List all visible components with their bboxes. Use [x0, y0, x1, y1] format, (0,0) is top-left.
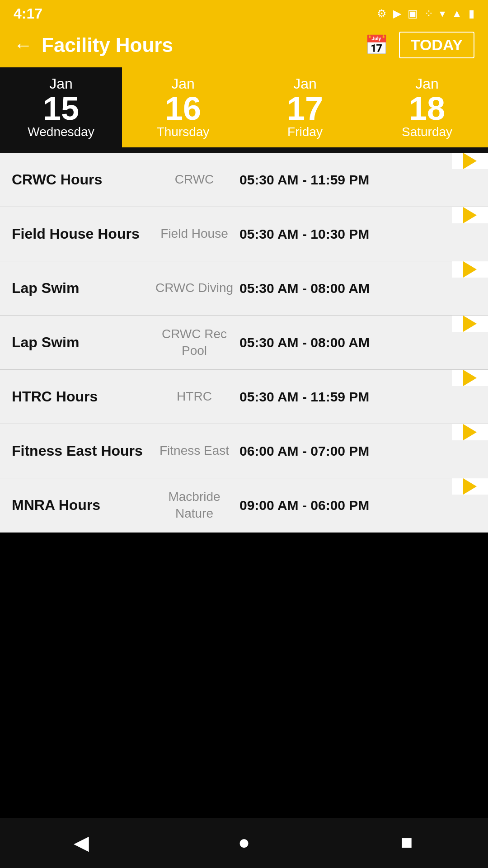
facility-location-fieldhouse: Field House — [154, 226, 235, 242]
facility-name-crwc: CRWC Hours — [0, 161, 154, 198]
facility-arrow-lapswim-recpool[interactable] — [452, 316, 488, 332]
facility-location-crwc: CRWC — [154, 171, 235, 188]
bottom-navigation: ◀ ● ■ — [0, 818, 488, 868]
facility-location-lapswim-recpool: CRWC Rec Pool — [154, 326, 235, 359]
date-day-1: Thursday — [157, 125, 210, 139]
nav-back-button[interactable]: ◀ — [63, 829, 99, 856]
arrow-icon-fieldhouse — [463, 207, 477, 223]
facility-hours-crwc: 05:30 AM - 11:59 PM — [235, 172, 452, 188]
screen-icon: ▣ — [408, 7, 418, 20]
header-left: ← Facility Hours — [14, 34, 173, 57]
status-bar: 4:17 ⚙ ▶ ▣ ⁘ ▾ ▲ ▮ — [0, 0, 488, 27]
arrow-icon-fitnesseast — [463, 424, 477, 440]
nav-home-button[interactable]: ● — [226, 829, 262, 856]
status-time: 4:17 — [14, 5, 42, 22]
app-header: ← Facility Hours 📅 TODAY — [0, 27, 488, 67]
dots-icon: ⁘ — [424, 7, 433, 20]
play-icon: ▶ — [393, 7, 401, 20]
arrow-icon-lapswim-recpool — [463, 316, 477, 332]
arrow-icon-crwc — [463, 153, 477, 169]
facility-name-fitnesseast: Fitness East Hours — [0, 433, 154, 470]
date-day-3: Saturday — [402, 125, 452, 139]
arrow-icon-mnra — [463, 478, 477, 495]
gear-icon: ⚙ — [377, 7, 387, 20]
date-month-3: Jan — [415, 75, 439, 92]
date-num-3: 18 — [409, 92, 445, 125]
date-item-jan17[interactable]: Jan 17 Friday — [244, 67, 366, 147]
facility-location-lapswim-diving: CRWC Diving — [154, 280, 235, 296]
facility-location-htrc: HTRC — [154, 388, 235, 405]
signal-icon: ▲ — [451, 7, 462, 20]
arrow-icon-lapswim-diving — [463, 261, 477, 278]
date-day-2: Friday — [287, 125, 323, 139]
facility-arrow-fieldhouse[interactable] — [452, 207, 488, 223]
date-day-0: Wednesday — [28, 125, 94, 139]
facility-list: CRWC Hours CRWC 05:30 AM - 11:59 PM Fiel… — [0, 153, 488, 533]
date-month-2: Jan — [293, 75, 317, 92]
facility-hours-fieldhouse: 05:30 AM - 10:30 PM — [235, 226, 452, 242]
date-num-2: 17 — [287, 92, 323, 125]
section-divider — [0, 147, 488, 153]
facility-row-crwc[interactable]: CRWC Hours CRWC 05:30 AM - 11:59 PM — [0, 153, 488, 207]
date-num-0: 15 — [43, 92, 79, 125]
facility-location-fitnesseast: Fitness East — [154, 443, 235, 459]
facility-hours-fitnesseast: 06:00 AM - 07:00 PM — [235, 443, 452, 459]
facility-hours-lapswim-recpool: 05:30 AM - 08:00 AM — [235, 335, 452, 350]
facility-hours-lapswim-diving: 05:30 AM - 08:00 AM — [235, 281, 452, 296]
facility-name-htrc: HTRC Hours — [0, 378, 154, 415]
nav-recent-button[interactable]: ■ — [389, 829, 425, 856]
status-icons: ⚙ ▶ ▣ ⁘ ▾ ▲ ▮ — [377, 7, 474, 20]
facility-arrow-mnra[interactable] — [452, 478, 488, 495]
date-item-jan18[interactable]: Jan 18 Saturday — [366, 67, 488, 147]
facility-arrow-fitnesseast[interactable] — [452, 424, 488, 440]
date-selector: Jan 15 Wednesday Jan 16 Thursday Jan 17 … — [0, 67, 488, 147]
facility-name-lapswim-recpool: Lap Swim — [0, 324, 154, 361]
today-button[interactable]: TODAY — [399, 32, 474, 58]
date-item-jan16[interactable]: Jan 16 Thursday — [122, 67, 244, 147]
facility-row-fitnesseast[interactable]: Fitness East Hours Fitness East 06:00 AM… — [0, 424, 488, 478]
header-right: 📅 TODAY — [365, 32, 474, 58]
facility-row-fieldhouse[interactable]: Field House Hours Field House 05:30 AM -… — [0, 207, 488, 261]
facility-name-lapswim-diving: Lap Swim — [0, 270, 154, 307]
facility-location-mnra: Macbride Nature — [154, 489, 235, 522]
facility-row-lapswim-recpool[interactable]: Lap Swim CRWC Rec Pool 05:30 AM - 08:00 … — [0, 316, 488, 370]
date-month-0: Jan — [49, 75, 73, 92]
facility-hours-mnra: 09:00 AM - 06:00 PM — [235, 498, 452, 513]
facility-hours-htrc: 05:30 AM - 11:59 PM — [235, 389, 452, 405]
date-num-1: 16 — [165, 92, 201, 125]
arrow-icon-htrc — [463, 370, 477, 386]
back-button[interactable]: ← — [14, 36, 33, 55]
calendar-icon[interactable]: 📅 — [365, 34, 388, 56]
facility-arrow-lapswim-diving[interactable] — [452, 261, 488, 278]
wifi-icon: ▾ — [440, 7, 445, 20]
date-item-jan15[interactable]: Jan 15 Wednesday — [0, 67, 122, 147]
facility-name-mnra: MNRA Hours — [0, 487, 154, 524]
facility-row-lapswim-diving[interactable]: Lap Swim CRWC Diving 05:30 AM - 08:00 AM — [0, 261, 488, 316]
facility-name-fieldhouse: Field House Hours — [0, 216, 154, 253]
facility-row-mnra[interactable]: MNRA Hours Macbride Nature 09:00 AM - 06… — [0, 478, 488, 533]
page-title: Facility Hours — [42, 34, 173, 57]
facility-arrow-crwc[interactable] — [452, 153, 488, 169]
facility-arrow-htrc[interactable] — [452, 370, 488, 386]
battery-icon: ▮ — [469, 7, 474, 20]
date-month-1: Jan — [171, 75, 195, 92]
facility-row-htrc[interactable]: HTRC Hours HTRC 05:30 AM - 11:59 PM — [0, 370, 488, 424]
